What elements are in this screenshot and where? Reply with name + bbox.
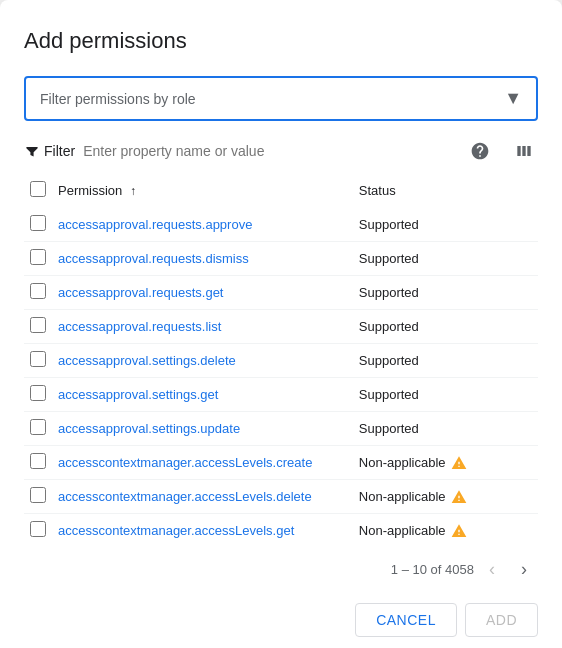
- status-col-header: Status: [353, 173, 538, 208]
- add-button[interactable]: ADD: [465, 603, 538, 637]
- permission-col-header[interactable]: Permission ↑: [52, 173, 353, 208]
- status-badge: Supported: [359, 319, 419, 334]
- row-checkbox[interactable]: [30, 351, 46, 367]
- footer-row: CANCEL ADD: [24, 583, 538, 637]
- pagination-row: 1 – 10 of 4058 ‹ ›: [24, 555, 538, 583]
- row-checkbox[interactable]: [30, 283, 46, 299]
- status-badge: Supported: [359, 251, 419, 266]
- columns-icon: [514, 141, 534, 161]
- help-button[interactable]: [466, 137, 494, 165]
- select-all-col: [24, 173, 52, 208]
- filter-icon: [24, 143, 40, 159]
- table-row: accessapproval.settings.updateSupported: [24, 412, 538, 446]
- permission-name[interactable]: accessapproval.requests.list: [58, 319, 221, 334]
- filter-label: Filter: [44, 143, 75, 159]
- status-badge: Supported: [359, 387, 419, 402]
- row-checkbox[interactable]: [30, 419, 46, 435]
- row-checkbox[interactable]: [30, 487, 46, 503]
- permission-name[interactable]: accessapproval.requests.approve: [58, 217, 252, 232]
- filter-input[interactable]: [83, 143, 458, 159]
- permission-name[interactable]: accessapproval.settings.update: [58, 421, 240, 436]
- row-checkbox[interactable]: [30, 317, 46, 333]
- status-badge: Supported: [359, 353, 419, 368]
- toolbar-right: [466, 137, 538, 165]
- table-row: accesscontextmanager.accessLevels.create…: [24, 446, 538, 480]
- permission-name[interactable]: accesscontextmanager.accessLevels.delete: [58, 489, 312, 504]
- table-row: accessapproval.requests.dismissSupported: [24, 242, 538, 276]
- table-row: accessapproval.settings.deleteSupported: [24, 344, 538, 378]
- table-row: accesscontextmanager.accessLevels.getNon…: [24, 514, 538, 548]
- status-badge: Supported: [359, 285, 419, 300]
- table-row: accessapproval.requests.listSupported: [24, 310, 538, 344]
- pagination-next-button[interactable]: ›: [510, 555, 538, 583]
- permission-name[interactable]: accessapproval.requests.get: [58, 285, 223, 300]
- warning-icon: [450, 454, 468, 472]
- row-checkbox[interactable]: [30, 215, 46, 231]
- status-badge: Non-applicable: [359, 454, 532, 472]
- row-checkbox[interactable]: [30, 453, 46, 469]
- status-badge: Non-applicable: [359, 522, 532, 540]
- pagination-prev-button[interactable]: ‹: [478, 555, 506, 583]
- status-badge: Supported: [359, 217, 419, 232]
- sort-arrow-icon: ↑: [130, 184, 136, 198]
- row-checkbox[interactable]: [30, 521, 46, 537]
- columns-button[interactable]: [510, 137, 538, 165]
- role-filter-dropdown[interactable]: Filter permissions by role ▼: [24, 76, 538, 121]
- warning-icon: [450, 522, 468, 540]
- filter-toolbar: Filter: [24, 137, 538, 165]
- permission-name[interactable]: accesscontextmanager.accessLevels.create: [58, 455, 312, 470]
- pagination-text: 1 – 10 of 4058: [391, 562, 474, 577]
- status-badge: Supported: [359, 421, 419, 436]
- table-row: accessapproval.requests.getSupported: [24, 276, 538, 310]
- row-checkbox[interactable]: [30, 249, 46, 265]
- permission-name[interactable]: accessapproval.settings.get: [58, 387, 218, 402]
- row-checkbox[interactable]: [30, 385, 46, 401]
- select-all-checkbox[interactable]: [30, 181, 46, 197]
- table-row: accessapproval.settings.getSupported: [24, 378, 538, 412]
- chevron-down-icon: ▼: [504, 88, 522, 109]
- help-icon: [470, 141, 490, 161]
- add-permissions-dialog: Add permissions Filter permissions by ro…: [0, 0, 562, 648]
- dialog-title: Add permissions: [24, 28, 538, 54]
- permissions-table: Permission ↑ Status accessapproval.reque…: [24, 173, 538, 547]
- table-row: accessapproval.requests.approveSupported: [24, 208, 538, 242]
- warning-icon: [450, 488, 468, 506]
- permission-name[interactable]: accessapproval.requests.dismiss: [58, 251, 249, 266]
- role-filter-dropdown-row: Filter permissions by role ▼: [24, 76, 538, 121]
- filter-icon-label: Filter: [24, 143, 75, 159]
- permission-name[interactable]: accesscontextmanager.accessLevels.get: [58, 523, 294, 538]
- cancel-button[interactable]: CANCEL: [355, 603, 457, 637]
- status-badge: Non-applicable: [359, 488, 532, 506]
- dropdown-placeholder: Filter permissions by role: [40, 91, 196, 107]
- table-row: accesscontextmanager.accessLevels.delete…: [24, 480, 538, 514]
- permission-name[interactable]: accessapproval.settings.delete: [58, 353, 236, 368]
